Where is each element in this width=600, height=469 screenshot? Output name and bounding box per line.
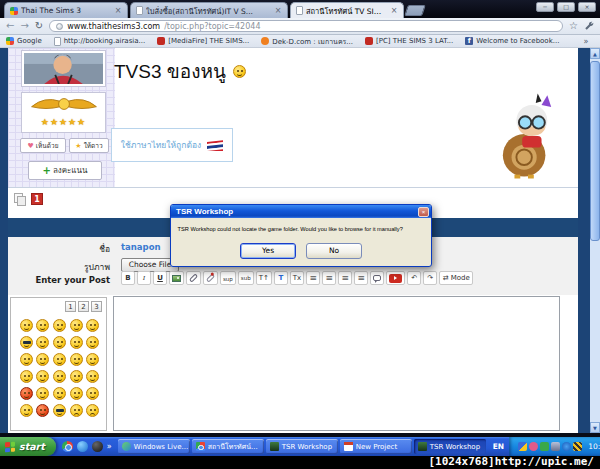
emoticon-page-1-button[interactable]: 1: [65, 301, 76, 312]
emoticon[interactable]: [86, 387, 99, 400]
wrench-menu-icon[interactable]: [584, 21, 594, 31]
emoticon[interactable]: [70, 404, 83, 417]
emoticon[interactable]: [36, 336, 49, 349]
site-info-icon[interactable]: [56, 23, 63, 30]
bookmark-google[interactable]: Google: [6, 37, 42, 45]
underline-button[interactable]: U: [153, 271, 167, 285]
forward-icon[interactable]: →: [20, 21, 28, 31]
bookmark-airasia[interactable]: http://booking.airasia...: [54, 37, 146, 46]
undo-button[interactable]: ↶: [407, 271, 421, 285]
emoticon[interactable]: [86, 353, 99, 366]
emoticon[interactable]: [70, 353, 83, 366]
task-tsr-workshop-active[interactable]: TSR Workshop: [414, 439, 486, 454]
bookmark-star-icon[interactable]: ☆: [569, 21, 578, 31]
emoticon[interactable]: [20, 353, 33, 366]
mode-toggle-button[interactable]: ⇄ Mode: [439, 271, 473, 285]
reload-icon[interactable]: ↻: [35, 21, 43, 31]
font-color-button[interactable]: T: [274, 271, 288, 285]
emoticon[interactable]: [20, 370, 33, 383]
superscript-button[interactable]: sup: [220, 271, 236, 285]
align-left-button[interactable]: ≡: [322, 271, 336, 285]
back-icon[interactable]: ←: [6, 21, 14, 31]
name-value-link[interactable]: tanapon: [121, 242, 161, 252]
tray-icon-2[interactable]: [529, 442, 538, 451]
emoticon[interactable]: [53, 319, 66, 332]
remove-format-button[interactable]: Tx: [290, 271, 304, 285]
bookmarks-overflow-chevron[interactable]: »: [583, 37, 588, 46]
emoticon[interactable]: [36, 387, 49, 400]
italic-button[interactable]: I: [137, 271, 151, 285]
emoticon[interactable]: [53, 353, 66, 366]
start-button[interactable]: start: [0, 437, 56, 456]
yes-button[interactable]: Yes: [240, 243, 296, 259]
subscript-button[interactable]: sub: [238, 271, 254, 285]
tray-icon-1[interactable]: [518, 442, 527, 451]
emoticon[interactable]: [20, 336, 33, 349]
emoticon[interactable]: [20, 319, 33, 332]
emoticon-page-3-button[interactable]: 3: [91, 301, 102, 312]
agree-button[interactable]: ♥ เห็นด้วย: [20, 138, 66, 153]
vote-button[interactable]: + ลงคะแนน: [28, 161, 102, 180]
emoticon[interactable]: [86, 319, 99, 332]
give-star-button[interactable]: ★ ให้ดาว: [69, 138, 109, 153]
close-button[interactable]: ×: [578, 2, 596, 12]
insert-image-button[interactable]: [169, 271, 184, 285]
page-1-button[interactable]: 1: [31, 193, 43, 205]
align-center-button[interactable]: ≡: [338, 271, 352, 285]
bold-button[interactable]: B: [121, 271, 135, 285]
page-scrollbar[interactable]: ▲ ▼: [590, 48, 600, 433]
tab-close-icon[interactable]: ×: [114, 6, 122, 15]
language-indicator[interactable]: EN: [488, 442, 509, 451]
task-windows-live[interactable]: Windows Live...: [118, 439, 190, 454]
redo-button[interactable]: ↷: [423, 271, 437, 285]
remove-link-button[interactable]: [203, 271, 218, 285]
restore-button[interactable]: □: [557, 2, 575, 12]
bookmark-facebook[interactable]: f Welcome to Facebook...: [465, 37, 559, 45]
emoticon[interactable]: [70, 387, 83, 400]
post-textarea[interactable]: [113, 296, 560, 431]
minimize-button[interactable]: ─: [536, 2, 554, 12]
taskbar-clock[interactable]: 10:41: [588, 442, 600, 451]
tray-icon-5[interactable]: [562, 442, 571, 451]
tray-icon-3[interactable]: [540, 442, 549, 451]
emoticon[interactable]: [53, 370, 66, 383]
address-bar[interactable]: www.thaithesims3.com /topic.php?topic=42…: [49, 20, 563, 32]
tab-close-icon[interactable]: ×: [274, 6, 282, 15]
no-button[interactable]: No: [306, 243, 362, 259]
chrome-icon[interactable]: [62, 441, 73, 452]
new-tab-button[interactable]: [404, 5, 426, 16]
emoticon[interactable]: [53, 387, 66, 400]
emoticon[interactable]: [53, 336, 66, 349]
tray-icon-6[interactable]: [573, 442, 582, 451]
tab-tv-sims-active[interactable]: สถานีโทรทัศน์ TV SIMS 3 ×: [290, 2, 404, 18]
emoticon[interactable]: [36, 353, 49, 366]
emoticon[interactable]: [70, 336, 83, 349]
emoticon[interactable]: [86, 370, 99, 383]
bookmark-pc-sims[interactable]: [PC] THE SIMS 3 LAT...: [365, 37, 453, 45]
scroll-up-icon[interactable]: ▲: [590, 48, 600, 59]
align-right-button[interactable]: ≡: [354, 271, 368, 285]
emoticon[interactable]: [70, 370, 83, 383]
emoticon[interactable]: [86, 404, 99, 417]
task-new-project[interactable]: New Project: [340, 439, 412, 454]
task-browser[interactable]: สถานีโทรทัศน์...: [192, 439, 264, 454]
indent-button[interactable]: ≡: [306, 271, 320, 285]
emoticon[interactable]: [53, 404, 66, 417]
bookmark-dekd[interactable]: Dek-D.com : เมกานคร...: [261, 36, 353, 47]
messenger-icon[interactable]: [77, 441, 88, 452]
tab-order-page[interactable]: ใบสั่งซื้อ(สถานีโทรทัศน์)IT V S... ×: [130, 2, 288, 18]
tray-icon-4[interactable]: [551, 442, 560, 451]
quick-launch-chevron[interactable]: »: [107, 442, 112, 451]
tab-thai-the-sims[interactable]: Thai The Sims 3 ×: [4, 2, 128, 18]
emoticon[interactable]: [20, 404, 33, 417]
emoticon[interactable]: [20, 387, 33, 400]
quote-button[interactable]: [370, 271, 384, 285]
emoticon-page-2-button[interactable]: 2: [78, 301, 89, 312]
font-size-button[interactable]: T↑: [256, 271, 272, 285]
insert-link-button[interactable]: [186, 271, 201, 285]
bookmark-mediafire-sims[interactable]: [MediaFire] THE SIMS...: [157, 37, 249, 45]
emoticon[interactable]: [70, 319, 83, 332]
task-tsr-workshop[interactable]: TSR Workshop: [266, 439, 338, 454]
dialog-close-icon[interactable]: ×: [418, 207, 429, 217]
scroll-down-icon[interactable]: ▼: [590, 422, 600, 433]
